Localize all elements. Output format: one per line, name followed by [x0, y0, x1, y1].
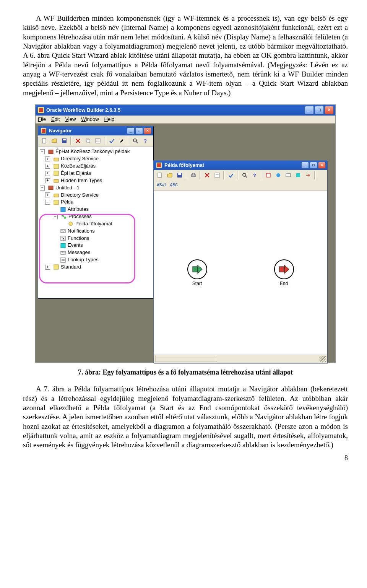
tool-delete-icon[interactable]	[203, 171, 212, 180]
app-close-button[interactable]: ×	[325, 106, 334, 114]
tree-item[interactable]: Példa	[61, 199, 73, 206]
svg-rect-24	[54, 194, 58, 197]
tool-abc-button[interactable]: ABC	[169, 181, 180, 190]
tree-item[interactable]: Directory Service	[61, 192, 99, 199]
tree-item[interactable]: Példa főfolyamat	[75, 220, 112, 228]
tree-item[interactable]: ÉpHat KözBesz Tankönyvi példák	[55, 148, 130, 155]
navigator-maximize-button[interactable]: □	[135, 127, 143, 134]
tool-open-icon[interactable]	[50, 136, 59, 145]
body-paragraph-2: A 7. ábra a Példa folyamattípus létrehoz…	[23, 384, 348, 450]
diagram-statusbar	[154, 355, 327, 363]
lookup-types-icon	[60, 257, 66, 263]
tool-delete-icon[interactable]	[73, 136, 83, 145]
tree-item[interactable]: Notifications	[68, 228, 95, 235]
tree-item[interactable]: Processes	[68, 213, 92, 220]
svg-rect-55	[266, 173, 270, 177]
menu-edit[interactable]: Edit	[51, 116, 60, 123]
tool-newevent-icon[interactable]	[294, 171, 303, 180]
tree-item[interactable]: Untitled - 1	[55, 184, 80, 192]
svg-rect-61	[279, 267, 284, 272]
app-menubar: File Edit View Window Help	[36, 116, 335, 124]
process-icon	[68, 221, 74, 227]
tree-item[interactable]: Functions	[68, 235, 89, 242]
start-node[interactable]: Start	[185, 259, 209, 287]
tool-find-icon[interactable]	[240, 171, 249, 180]
svg-rect-19	[54, 158, 58, 161]
svg-rect-3	[42, 129, 45, 133]
tool-new-icon[interactable]	[155, 171, 164, 180]
tool-help-icon[interactable]: ?	[250, 171, 259, 180]
menu-window[interactable]: Window	[81, 116, 99, 123]
processes-icon	[61, 213, 67, 220]
diagram-canvas[interactable]: Start End	[154, 191, 327, 355]
statusbar-cell	[155, 356, 217, 362]
tool-save-icon[interactable]	[60, 136, 69, 145]
tool-newnotification-icon[interactable]	[284, 171, 293, 180]
tool-hammer-icon[interactable]	[304, 171, 313, 180]
tool-paint-icon[interactable]	[117, 136, 126, 145]
tree-item[interactable]: KözBeszEljárás	[61, 163, 96, 170]
svg-marker-62	[284, 265, 289, 274]
navigator-tree[interactable]: −ÉpHat KözBesz Tankönyvi példák +Directo…	[38, 147, 153, 298]
menu-view[interactable]: View	[65, 116, 76, 123]
diagram-maximize-button[interactable]: □	[310, 162, 317, 169]
tree-item[interactable]: Lookup Types	[68, 256, 99, 264]
tool-newprocess-icon[interactable]	[274, 171, 283, 180]
tool-help-icon[interactable]: ?	[141, 136, 150, 145]
end-node[interactable]: End	[272, 259, 296, 287]
diagram-toolbar: ? AB=1 ABC	[154, 170, 327, 191]
tool-new-icon[interactable]	[40, 136, 49, 145]
svg-rect-23	[49, 186, 53, 190]
svg-line-16	[136, 142, 138, 143]
tool-properties-icon[interactable]	[93, 136, 102, 145]
item-icon	[53, 163, 59, 169]
svg-text:?: ?	[253, 173, 256, 178]
svg-rect-7	[63, 139, 66, 140]
tree-item[interactable]: ÉpHat Eljárás	[61, 170, 91, 177]
tree-item[interactable]: Hidden Item Types	[61, 177, 102, 184]
tool-check-icon[interactable]	[107, 136, 116, 145]
svg-point-56	[276, 173, 280, 177]
tool-properties-icon[interactable]	[213, 171, 222, 180]
tree-item[interactable]: Directory Service	[61, 155, 99, 163]
figure-screenshot: Oracle Workflow Builder 2.6.3.5 _ □ × Fi…	[35, 104, 336, 363]
book-icon	[48, 185, 54, 191]
app-client-area: Navigator _ □ ×	[36, 124, 335, 362]
tool-open-icon[interactable]	[165, 171, 174, 180]
events-icon	[60, 243, 66, 249]
tool-find-icon[interactable]	[131, 136, 140, 145]
notifications-icon	[60, 228, 66, 234]
svg-rect-25	[54, 200, 58, 205]
navigator-title: Navigator	[49, 128, 72, 134]
app-minimize-button[interactable]: _	[305, 106, 314, 114]
tool-check-icon[interactable]	[226, 171, 235, 180]
tree-item[interactable]: Standard	[61, 264, 81, 271]
navigator-minimize-button[interactable]: _	[127, 127, 135, 134]
tool-ab1-button[interactable]: AB=1	[155, 181, 168, 190]
diagram-minimize-button[interactable]: _	[301, 162, 309, 169]
menu-help[interactable]: Help	[104, 116, 115, 123]
svg-rect-50	[215, 173, 219, 178]
svg-rect-41	[157, 163, 161, 167]
app-maximize-button[interactable]: □	[315, 106, 324, 114]
tool-save-icon[interactable]	[175, 171, 184, 180]
resize-grip-icon[interactable]	[320, 356, 326, 362]
tool-print-icon[interactable]	[189, 171, 198, 180]
tree-item[interactable]: Attributes	[68, 206, 89, 213]
menu-file[interactable]: File	[38, 116, 46, 123]
tree-item[interactable]: Messages	[68, 249, 90, 256]
start-node-label: Start	[185, 281, 209, 287]
svg-rect-39	[54, 265, 58, 269]
tool-copy-icon[interactable]	[83, 136, 93, 145]
svg-rect-58	[296, 173, 300, 177]
svg-rect-12	[96, 138, 100, 143]
navigator-close-button[interactable]: ×	[144, 127, 151, 134]
diagram-close-button[interactable]: ×	[318, 162, 326, 169]
folder-icon	[53, 178, 59, 184]
item-icon	[53, 199, 59, 205]
tool-newfunction-icon[interactable]	[264, 171, 273, 180]
tree-item[interactable]: Events	[68, 242, 83, 249]
svg-point-52	[243, 173, 246, 176]
svg-rect-47	[192, 173, 195, 175]
svg-rect-4	[42, 138, 46, 143]
